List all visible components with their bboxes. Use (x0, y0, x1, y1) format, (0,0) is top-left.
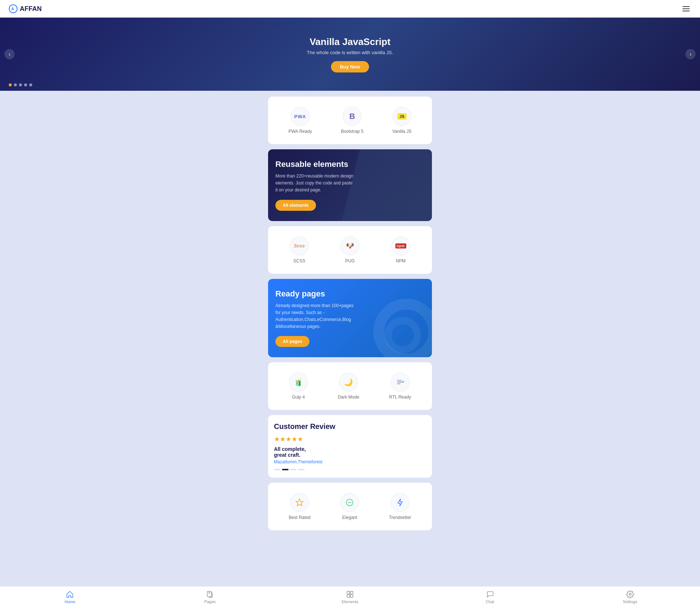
pwa-label: PWA Ready (289, 129, 312, 134)
rtl-icon (396, 378, 404, 386)
svg-point-7 (348, 502, 349, 503)
review-dot-1[interactable] (274, 469, 281, 470)
scss-label: SCSS (293, 258, 305, 264)
trendsetter-label: Trendsetter (389, 515, 411, 520)
star-icon (295, 498, 304, 507)
pages-icon (206, 590, 214, 598)
home-nav-label: Home (65, 599, 75, 604)
tech-row-3-card: 🧃 Gulp 4 🌙 Dark Mode (268, 362, 432, 410)
customer-review-card: Customer Review ★★★★★ All complete,great… (268, 415, 432, 478)
hero-next-button[interactable]: › (685, 49, 696, 59)
hero-cta-button[interactable]: Buy Now (331, 61, 369, 72)
ready-pages-banner: Ready pages Already designed more than 1… (268, 279, 432, 358)
settings-nav-label: Settings (623, 599, 637, 604)
pwa-icon-circle: PWA (291, 107, 310, 126)
tech-item-npm: npm NPM (391, 236, 410, 264)
elements-icon (346, 590, 354, 598)
hero-dot-3[interactable] (19, 83, 22, 86)
reusable-elements-banner: Reusable elements More than 220+reusable… (268, 149, 432, 221)
tech-row-3: 🧃 Gulp 4 🌙 Dark Mode (274, 370, 426, 403)
hero-section: Vanilla JavaScript The whole code is wri… (0, 18, 700, 91)
review-text: All complete,great craft. (274, 446, 426, 458)
pwa-icon: PWA (294, 114, 306, 119)
hero-prev-button[interactable]: ‹ (4, 49, 15, 59)
brand-name: AFFAN (20, 5, 42, 13)
home-icon (66, 590, 74, 598)
hamburger-button[interactable] (681, 5, 691, 13)
svg-rect-16 (347, 595, 350, 597)
gulp-icon: 🧃 (294, 378, 303, 386)
banner-wave-2 (384, 317, 421, 354)
chat-nav-label: Chat (486, 599, 494, 604)
tech-item-pug: 🐶 PUG (340, 236, 360, 264)
darkmode-label: Dark Mode (338, 395, 360, 400)
bottom-nav-settings[interactable]: Settings (560, 590, 700, 604)
all-elements-button[interactable]: All elements (275, 200, 316, 211)
hero-dot-2[interactable] (14, 83, 17, 86)
review-dot-3[interactable] (290, 469, 297, 470)
nav-logo: A AFFAN (9, 4, 42, 13)
best-rated-icon-circle (290, 493, 309, 512)
svg-point-9 (350, 502, 351, 503)
gulp-icon-circle: 🧃 (289, 373, 308, 392)
tech-row-1: PWA PWA Ready B Bootstrap 5 JS Vanilla J… (274, 104, 426, 137)
svg-rect-12 (208, 593, 211, 593)
bootstrap-label: Bootstrap 5 (341, 129, 363, 134)
settings-icon (626, 590, 634, 598)
tech-item-vanillajs: JS Vanilla JS (392, 107, 411, 134)
bottom-nav-pages[interactable]: Pages (140, 590, 280, 604)
hero-subtitle: The whole code is written with vanilla J… (307, 50, 393, 55)
tech-row-1-card: PWA PWA Ready B Bootstrap 5 JS Vanilla J… (268, 97, 432, 144)
hero-dot-5[interactable] (29, 83, 32, 86)
tech-item-scss: Scss SCSS (290, 236, 309, 264)
hero-dot-4[interactable] (24, 83, 27, 86)
rtl-icon-circle (391, 373, 410, 392)
vanillajs-icon: JS (397, 113, 406, 120)
main-content: PWA PWA Ready B Bootstrap 5 JS Vanilla J… (262, 91, 438, 565)
svg-rect-15 (350, 591, 353, 594)
bootstrap-icon: B (349, 112, 355, 121)
review-title: Customer Review (274, 422, 426, 431)
lightning-icon (396, 498, 404, 507)
ready-pages-desc: Already designed more than 100+pages for… (275, 302, 360, 330)
rtl-label: RTL Ready (389, 395, 411, 400)
review-dot-4[interactable] (298, 469, 305, 470)
elegant-label: Elegant (342, 515, 357, 520)
all-pages-button[interactable]: All pages (275, 336, 309, 347)
bottom-spacer (268, 535, 432, 565)
npm-label: NPM (396, 258, 406, 264)
bottom-nav-home[interactable]: Home (0, 590, 140, 604)
hero-dot-1[interactable] (9, 83, 12, 86)
bottom-nav-chat[interactable]: Chat (420, 590, 560, 604)
feature-item-elegant: Elegant (340, 493, 359, 520)
tech-item-pwa: PWA PWA Ready (289, 107, 312, 134)
review-dots (274, 469, 426, 470)
darkmode-icon-circle: 🌙 (339, 373, 358, 392)
feature-item-best-rated: Best Rated (289, 493, 311, 520)
pug-icon-circle: 🐶 (340, 236, 360, 255)
top-navbar: A AFFAN (0, 0, 700, 18)
trendsetter-icon-circle (391, 493, 410, 512)
hamburger-line-1 (682, 6, 690, 7)
vanillajs-label: Vanilla JS (392, 129, 411, 134)
elegant-icon-circle (340, 493, 359, 512)
svg-marker-10 (398, 499, 402, 506)
review-stars: ★★★★★ (274, 435, 426, 443)
elegant-chat-icon (345, 498, 354, 507)
svg-marker-5 (296, 499, 303, 506)
pug-icon: 🐶 (346, 242, 354, 250)
bottom-nav-elements[interactable]: Elements (280, 590, 420, 604)
tech-item-bootstrap: B Bootstrap 5 (341, 107, 363, 134)
hero-content: Vanilla JavaScript The whole code is wri… (307, 36, 393, 72)
hero-title: Vanilla JavaScript (307, 36, 393, 48)
bootstrap-icon-circle: B (343, 107, 362, 126)
scss-icon: Scss (294, 243, 305, 249)
hero-dots (9, 83, 32, 86)
best-rated-label: Best Rated (289, 515, 311, 520)
svg-point-18 (629, 593, 631, 595)
svg-rect-13 (208, 594, 210, 594)
review-dot-2[interactable] (282, 469, 289, 470)
tech-item-darkmode: 🌙 Dark Mode (338, 373, 360, 400)
ready-pages-title: Ready pages (275, 289, 425, 299)
svg-text:A: A (11, 7, 14, 11)
